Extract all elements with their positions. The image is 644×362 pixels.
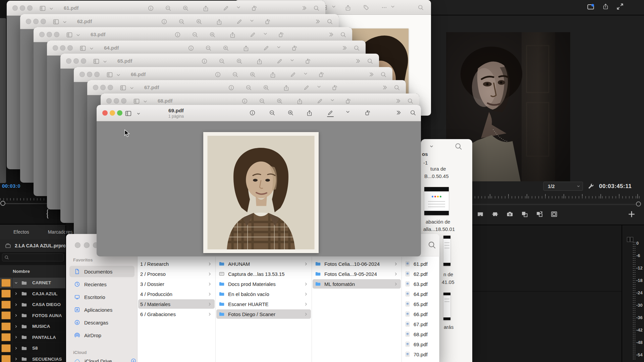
chevron-down-icon[interactable] — [303, 71, 308, 76]
label-color-chip[interactable] — [1, 279, 11, 287]
sidebar-toggle-icon[interactable] — [124, 110, 132, 117]
share-icon[interactable] — [283, 84, 289, 92]
rotate-icon[interactable] — [278, 32, 284, 38]
finder-item[interactable]: Fotos Celia...9-05-2024 — [313, 269, 401, 279]
markup-icon[interactable] — [250, 32, 256, 38]
search-icon[interactable] — [418, 4, 424, 11]
finder-item[interactable]: 1 / Research — [138, 259, 215, 268]
sidebar-item-escritorio[interactable]: Escritorio — [69, 291, 135, 303]
chevron-down-icon[interactable] — [76, 33, 80, 38]
finder-item[interactable]: 67.pdf — [402, 319, 438, 329]
minimize-button[interactable] — [87, 72, 92, 77]
finder-item[interactable]: 4 / Producción — [138, 289, 215, 299]
minimize-button[interactable] — [47, 32, 52, 37]
chevron-down-icon[interactable] — [390, 4, 395, 9]
markup-icon[interactable] — [327, 110, 333, 116]
rotate-icon[interactable] — [251, 5, 257, 11]
monitor-dot-icon[interactable] — [586, 3, 595, 10]
finder-item[interactable]: Escaner HUARTE — [216, 299, 311, 309]
search-icon[interactable] — [394, 84, 400, 91]
insert-icon[interactable] — [521, 210, 529, 218]
markup-icon[interactable] — [290, 71, 296, 78]
info-icon[interactable] — [161, 18, 167, 25]
zoom-button[interactable] — [94, 72, 100, 77]
sidebar-item-descargas[interactable]: Descargas — [69, 317, 135, 328]
search-icon[interactable] — [407, 98, 414, 104]
zoom-in-icon[interactable] — [250, 71, 256, 78]
search-icon[interactable] — [410, 110, 416, 116]
close-button[interactable] — [106, 98, 112, 104]
chevron-right-icon[interactable] — [14, 335, 18, 339]
rotate-icon[interactable] — [364, 110, 371, 116]
search-icon[interactable] — [454, 142, 463, 150]
chevron-down-icon[interactable] — [263, 32, 268, 36]
zoom-button[interactable] — [108, 85, 113, 90]
zoom-in-icon[interactable] — [196, 18, 202, 25]
share-icon[interactable] — [216, 18, 222, 25]
minimize-button[interactable] — [73, 58, 79, 64]
finder-item[interactable]: 69.pdf — [402, 340, 438, 349]
close-button[interactable] — [12, 5, 18, 11]
zoom-out-icon[interactable] — [219, 58, 225, 64]
bin-row-pantalla[interactable]: PANTALLA — [0, 332, 66, 343]
chevron-right-icon[interactable] — [14, 357, 18, 361]
chevron-down-icon[interactable] — [49, 6, 54, 11]
zoom-in-icon[interactable] — [287, 110, 294, 116]
markup-icon[interactable] — [276, 58, 283, 64]
chevron-down-icon[interactable] — [250, 18, 254, 23]
project-search-field[interactable] — [2, 253, 64, 261]
finder-item[interactable]: 3 / Dossier — [138, 279, 215, 289]
minimize-button[interactable] — [33, 19, 39, 24]
close-button[interactable] — [53, 45, 58, 51]
finder-item[interactable]: 66.pdf — [402, 309, 438, 319]
chevron-down-icon[interactable] — [317, 84, 321, 89]
bin-row-secuencias[interactable]: SECUENCIAS — [0, 354, 66, 362]
more-chevrons-icon[interactable] — [395, 98, 401, 104]
wrench-settings-icon[interactable] — [588, 183, 595, 190]
zoom-out-icon[interactable] — [232, 71, 238, 78]
sidebar-toggle-icon[interactable] — [119, 84, 127, 91]
zoom-button[interactable] — [117, 110, 122, 116]
chevron-down-icon[interactable] — [345, 110, 350, 114]
chevron-down-icon[interactable] — [116, 73, 121, 77]
search-icon[interactable] — [327, 18, 333, 25]
rotate-icon[interactable] — [331, 84, 338, 91]
info-icon[interactable] — [215, 71, 221, 78]
minimize-button[interactable] — [114, 98, 119, 104]
markup-icon[interactable] — [317, 98, 323, 104]
bin-row-fotos-auna[interactable]: FOTOS AUNA — [0, 310, 66, 321]
sidebar-toggle-icon[interactable] — [65, 32, 73, 38]
share-icon[interactable] — [306, 110, 313, 117]
info-icon[interactable] — [174, 32, 181, 38]
zoom-button[interactable] — [41, 19, 46, 24]
zoom-in-icon[interactable] — [276, 98, 283, 104]
minimize-button[interactable] — [110, 110, 115, 116]
rotate-icon[interactable] — [318, 71, 324, 78]
more-chevrons-icon[interactable] — [395, 110, 401, 116]
finder-item[interactable]: En el balcón vacío — [216, 289, 311, 299]
sidebar-item-airdrop[interactable]: AirDrop — [69, 329, 135, 341]
tag-icon[interactable] — [363, 4, 369, 11]
finder-item[interactable]: 64.pdf — [402, 289, 438, 299]
zoom-in-icon[interactable] — [209, 32, 216, 38]
chevron-right-icon[interactable] — [14, 292, 18, 296]
info-icon[interactable] — [249, 110, 256, 116]
chevron-down-icon[interactable] — [330, 98, 335, 103]
sidebar-toggle-icon[interactable] — [39, 5, 47, 12]
project-panel-header[interactable]: 2.LA CAJA AZUL.prproj — [0, 239, 66, 252]
export-frame-icon[interactable] — [506, 210, 514, 218]
zoom-in-icon[interactable] — [236, 58, 243, 64]
markup-icon[interactable] — [303, 84, 310, 91]
finder-item[interactable]: 68.pdf — [402, 329, 438, 339]
minimize-button[interactable] — [60, 45, 65, 51]
sidebar-toggle-icon[interactable] — [106, 71, 114, 78]
close-button[interactable] — [79, 72, 85, 77]
chevron-down-icon[interactable] — [14, 281, 18, 285]
zoom-in-icon[interactable] — [263, 84, 269, 91]
chevron-down-icon[interactable] — [89, 46, 94, 51]
label-color-chip[interactable] — [1, 333, 11, 341]
eject-icon[interactable] — [130, 358, 137, 362]
close-button[interactable] — [93, 85, 98, 90]
chevron-down-icon[interactable] — [236, 5, 241, 10]
more-chevrons-icon[interactable] — [355, 58, 361, 64]
